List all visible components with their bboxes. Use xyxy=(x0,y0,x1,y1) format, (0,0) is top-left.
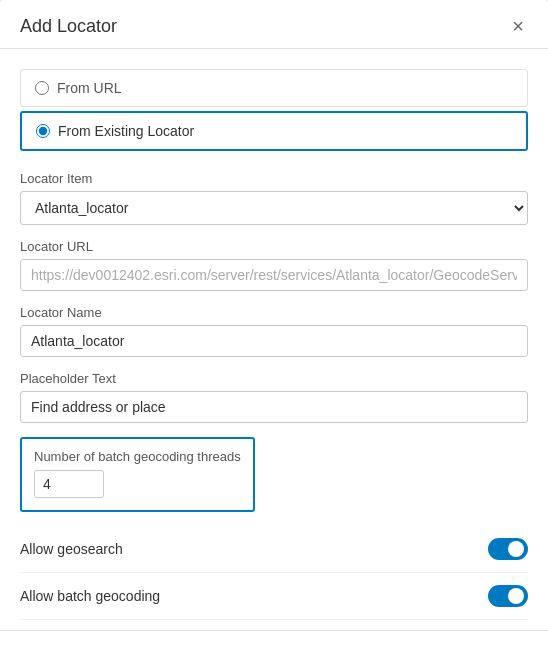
batch-threads-label: Number of batch geocoding threads xyxy=(34,449,241,464)
radio-from-existing[interactable]: From Existing Locator xyxy=(20,111,528,151)
allow-geosearch-toggle[interactable] xyxy=(488,538,528,560)
allow-geosearch-thumb xyxy=(508,541,524,557)
radio-from-url-label: From URL xyxy=(57,80,122,96)
locator-name-label: Locator Name xyxy=(20,305,528,320)
allow-geosearch-row: Allow geosearch xyxy=(20,526,528,573)
source-radio-group: From URL From Existing Locator xyxy=(20,69,528,155)
dialog-footer: Save Cancel xyxy=(0,630,548,645)
dialog-title: Add Locator xyxy=(20,16,117,37)
batch-threads-section: Number of batch geocoding threads xyxy=(20,437,255,512)
dialog-header: Add Locator × xyxy=(0,0,548,49)
allow-geosearch-track xyxy=(488,538,528,560)
locator-item-group: Locator Item Atlanta_locator xyxy=(20,171,528,225)
close-button[interactable]: × xyxy=(508,14,528,38)
locator-item-label: Locator Item xyxy=(20,171,528,186)
placeholder-text-input[interactable] xyxy=(20,391,528,423)
radio-from-url[interactable]: From URL xyxy=(20,69,528,107)
radio-from-url-input[interactable] xyxy=(35,81,49,95)
allow-batch-geocoding-row: Allow batch geocoding xyxy=(20,573,528,620)
locator-name-group: Locator Name xyxy=(20,305,528,357)
dialog-body: From URL From Existing Locator Locator I… xyxy=(0,49,548,630)
batch-threads-input[interactable] xyxy=(34,470,104,498)
locator-url-group: Locator URL xyxy=(20,239,528,291)
allow-batch-geocoding-track xyxy=(488,585,528,607)
radio-from-existing-input[interactable] xyxy=(36,124,50,138)
radio-from-existing-label: From Existing Locator xyxy=(58,123,194,139)
locator-item-select[interactable]: Atlanta_locator xyxy=(20,191,528,225)
allow-batch-geocoding-thumb xyxy=(508,588,524,604)
locator-name-input[interactable] xyxy=(20,325,528,357)
locator-url-label: Locator URL xyxy=(20,239,528,254)
placeholder-text-label: Placeholder Text xyxy=(20,371,528,386)
allow-batch-geocoding-label: Allow batch geocoding xyxy=(20,588,160,604)
allow-geosearch-label: Allow geosearch xyxy=(20,541,123,557)
locator-url-input[interactable] xyxy=(20,259,528,291)
add-locator-dialog: Add Locator × From URL From Existing Loc… xyxy=(0,0,548,645)
placeholder-text-group: Placeholder Text xyxy=(20,371,528,423)
allow-batch-geocoding-toggle[interactable] xyxy=(488,585,528,607)
